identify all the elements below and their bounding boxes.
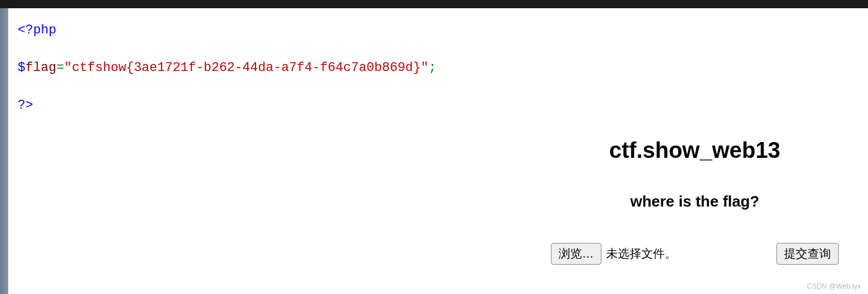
watermark-text: CSDN @Web.lyx <box>807 282 861 290</box>
string-quote-close: " <box>421 60 429 75</box>
upload-form-panel: ctf.show_web13 where is the flag? 浏览… 未选… <box>545 138 845 265</box>
php-assignment-line: $flag="ctfshow{3ae1721f-b262-44da-a7f4-f… <box>18 55 436 81</box>
variable-name: flag <box>25 60 56 75</box>
file-input-group: 浏览… 未选择文件。 <box>551 243 677 265</box>
semicolon: ; <box>429 60 436 75</box>
page-title: ctf.show_web13 <box>545 138 845 163</box>
dollar-sign: $ <box>18 60 25 75</box>
window-left-edge <box>0 8 8 294</box>
upload-form-row: 浏览… 未选择文件。 提交查询 <box>545 243 845 265</box>
submit-button[interactable]: 提交查询 <box>776 243 839 265</box>
flag-string-value: ctfshow{3ae1721f-b262-44da-a7f4-f64c7a0b… <box>72 60 420 75</box>
php-close-tag: ?> <box>18 93 436 119</box>
string-quote-open: " <box>64 60 72 75</box>
php-open-tag: <?php <box>18 18 436 43</box>
page-subtitle: where is the flag? <box>545 192 845 211</box>
file-status-text: 未选择文件。 <box>606 246 677 262</box>
browse-button[interactable]: 浏览… <box>551 243 601 265</box>
php-source-code: <?php $flag="ctfshow{3ae1721f-b262-44da-… <box>18 18 436 119</box>
window-top-bar <box>0 0 868 8</box>
equals-sign: = <box>56 60 64 75</box>
